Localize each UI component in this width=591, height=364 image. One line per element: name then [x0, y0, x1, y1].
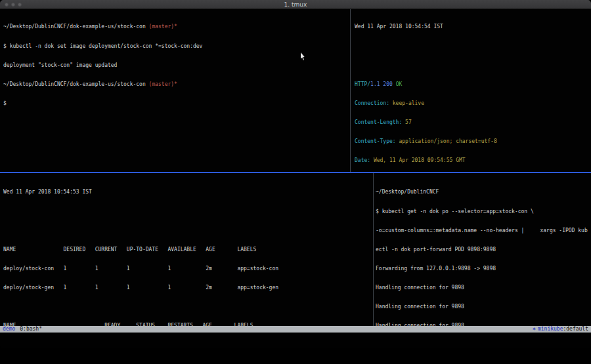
prompt-line: ~/Desktop/DublinCNCF/dok-example-us/stoc…: [3, 24, 350, 30]
kube-context: minikube:default: [538, 326, 588, 333]
timestamp-line: Wed 11 Apr 2018 10:54:53 IST: [3, 189, 373, 195]
window-titlebar: 1. tmux: [0, 0, 591, 9]
terminal-line-blank: [3, 209, 373, 215]
pane-divider-horizontal[interactable]: [0, 172, 591, 173]
output-line: Handling connection for 9898: [376, 285, 591, 291]
http-header-line: Content-Type: application/json; charset=…: [355, 138, 591, 145]
table-row: deploy/stock-con 1 1 1 1 2m app=stock-co…: [3, 266, 373, 272]
kubernetes-helm-icon: ⎈: [533, 326, 536, 333]
http-code: 1.1 200: [370, 81, 393, 87]
pane-bottom-right[interactable]: ~/Desktop/DublinCNCF $ kubectl get -n do…: [374, 173, 591, 326]
terminal-line-blank: [355, 43, 591, 50]
header-name: Content-Length:: [355, 119, 402, 125]
prompt-line: ~/Desktop/DublinCNCF/dok-example-us/stoc…: [3, 81, 350, 88]
header-value: Wed, 11 Apr 2018 09:54:55 GMT: [370, 157, 466, 163]
table-header: NAME DESIRED CURRENT UP-TO-DATE AVAILABL…: [3, 247, 373, 253]
output-line: Handling connection for 9898: [376, 304, 591, 310]
terminal-line-blank: [3, 304, 373, 310]
prompt-path: ~/Desktop/DublinCNCF/dok-example-us/stoc…: [3, 81, 149, 87]
pane-top-right[interactable]: Wed 11 Apr 2018 10:54:54 IST HTTP/1.1 20…: [351, 9, 591, 172]
tmux-status-bar: demo 0:bash* ⎈ minikube:default: [0, 326, 591, 333]
prompt-path: ~/Desktop/DublinCNCF/dok-example-us/stoc…: [3, 24, 149, 30]
header-name: Connection:: [355, 100, 389, 106]
pane-top-left[interactable]: ~/Desktop/DublinCNCF/dok-example-us/stoc…: [0, 9, 350, 172]
git-branch-label: (master)*: [149, 81, 177, 87]
http-header-line: Connection: keep-alive: [355, 100, 591, 107]
output-line: Forwarding from 127.0.0.1:9898 -> 9898: [376, 266, 591, 272]
http-status-line: HTTP/1.1 200 OK: [355, 81, 591, 88]
header-name: Content-Type:: [355, 138, 396, 144]
pane-divider-vertical-top[interactable]: [350, 9, 351, 172]
pane-divider-vertical-bottom[interactable]: [373, 173, 374, 326]
terminal-line-blank: [3, 228, 373, 234]
http-reason: OK: [393, 81, 402, 87]
terminal-line-blank: [355, 62, 591, 69]
prompt-line: $: [3, 100, 350, 107]
status-bar-left: demo 0:bash*: [3, 326, 42, 333]
session-name: demo: [3, 326, 15, 333]
command-line: ectl -n dok port-forward POD 9898:9898: [376, 247, 591, 253]
header-value: application/json; charset=utf-8: [396, 138, 497, 144]
timestamp-line: Wed 11 Apr 2018 10:54:54 IST: [355, 24, 591, 30]
http-header-line: Date: Wed, 11 Apr 2018 09:54:55 GMT: [355, 157, 591, 164]
prompt-line: ~/Desktop/DublinCNCF: [376, 189, 591, 195]
kube-context-name: minikube: [538, 326, 563, 332]
tmux-terminal: ~/Desktop/DublinCNCF/dok-example-us/stoc…: [0, 9, 591, 326]
table-row: deploy/stock-gen 1 1 1 1 2m app=stock-ge…: [3, 285, 373, 291]
terminal-window: 1. tmux ~/Desktop/DublinCNCF/dok-example…: [0, 0, 591, 348]
command-line: $ kubectl -n dok set image deployment/st…: [3, 43, 350, 50]
kube-namespace: :default: [563, 326, 588, 332]
header-value: 57: [402, 119, 411, 125]
header-name: Date:: [355, 157, 370, 163]
pane-bottom-left[interactable]: Wed 11 Apr 2018 10:54:53 IST NAME DESIRE…: [0, 173, 373, 326]
window-item[interactable]: 0:bash*: [20, 326, 42, 333]
git-branch-label: (master)*: [149, 24, 177, 30]
header-value: keep-alive: [389, 100, 424, 106]
command-line: -o=custom-columns=:metadata.name --no-he…: [376, 228, 591, 234]
output-line: deployment "stock-con" image updated: [3, 62, 350, 69]
command-line: $ kubectl get -n dok po --selector=app=s…: [376, 209, 591, 215]
window-title: 1. tmux: [0, 0, 591, 9]
http-header-line: Content-Length: 57: [355, 119, 591, 126]
http-proto: HTTP/: [355, 81, 370, 87]
status-bar-right: ⎈ minikube:default: [533, 326, 588, 333]
